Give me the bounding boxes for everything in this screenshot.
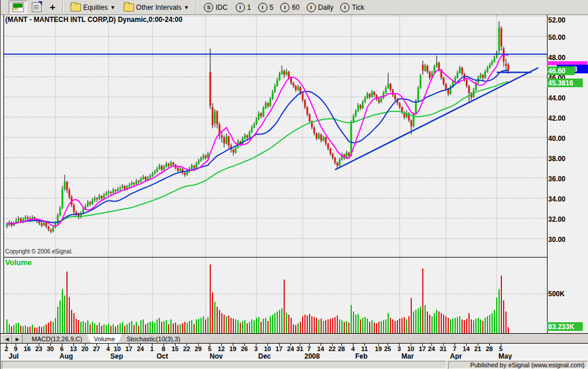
volume-badge-last: 83.233K xyxy=(547,322,583,331)
properties-icon xyxy=(32,2,42,12)
date-tick-label: 22 xyxy=(183,345,190,352)
date-tick-label: 4 xyxy=(106,345,110,352)
status-message-panel xyxy=(2,361,446,369)
date-tick-label: 7 xyxy=(307,345,311,352)
date-tick-label: 19 xyxy=(375,345,382,352)
interval-button-tick[interactable]: ITick xyxy=(337,1,368,14)
date-tick-label: 17 xyxy=(125,345,132,352)
tab-scroll-left-button[interactable]: ◀ xyxy=(2,334,12,344)
tab-label: MACD(12,26,9,C) xyxy=(32,336,82,342)
date-tick-label: 22 xyxy=(329,345,336,352)
toolbar: oo + Equities ▼ Other Intervals ▼ S IDC … xyxy=(1,0,588,15)
esignal-window: oo + Equities ▼ Other Intervals ▼ S IDC … xyxy=(0,0,588,369)
date-tick-label: 21 xyxy=(474,345,481,352)
other-intervals-dropdown[interactable]: Other Intervals ▼ xyxy=(120,1,193,14)
date-tick-label: 19 xyxy=(229,345,236,352)
pane-tabs-bar: ◀ ▶ MACD(12,26,9,C) Volume Stochastic(10… xyxy=(1,333,588,344)
month-label-dec: Dec xyxy=(258,352,271,360)
price-tick-34.00: 34.00 xyxy=(548,195,565,203)
interval-button-daily[interactable]: IDaily xyxy=(303,1,337,14)
idc-label: IDC xyxy=(215,3,228,12)
date-tick-label: 28 xyxy=(338,345,345,352)
date-tick-label: 7 xyxy=(453,345,456,352)
month-label-feb: Feb xyxy=(355,352,367,360)
price-tick-32.00: 32.00 xyxy=(548,215,565,223)
add-button[interactable]: + xyxy=(46,1,59,14)
month-label-apr: Apr xyxy=(450,352,462,360)
interval-button-1[interactable]: I1 xyxy=(232,1,255,14)
circle-i-icon: I xyxy=(280,3,289,12)
date-tick-label: 10 xyxy=(407,345,414,352)
date-tick-label: 15 xyxy=(172,345,178,352)
price-badge-45.3816: 45.3816 xyxy=(547,79,583,87)
price-tick-30.00: 30.00 xyxy=(548,236,565,244)
volume-chart[interactable] xyxy=(4,258,547,334)
price-tick-40.00: 40.00 xyxy=(548,135,565,143)
month-label-mar: Mar xyxy=(401,352,414,360)
tab-macd[interactable]: MACD(12,26,9,C) xyxy=(25,334,89,344)
date-tick-label: 17 xyxy=(276,345,282,352)
chart-region: (MANT - MANTECH INTL CORP,D) Dynamic,0:0… xyxy=(1,15,588,360)
month-label-may: May xyxy=(498,352,512,360)
candlestick-chart[interactable] xyxy=(4,15,547,257)
price-badge-46.60: 46.60 xyxy=(547,66,575,75)
plus-icon: + xyxy=(50,3,55,12)
circle-i-icon: I xyxy=(236,3,245,12)
tab-label: Volume xyxy=(94,336,115,342)
month-label-aug: Aug xyxy=(59,352,73,360)
interval-button-group: I1I5I60IDailyITick xyxy=(232,1,368,14)
date-axis[interactable]: 2916233061320274101724181522295121926310… xyxy=(1,343,588,361)
month-label-jul: Jul xyxy=(9,352,18,360)
date-tick-label: 29 xyxy=(195,345,202,352)
tab-volume[interactable]: Volume xyxy=(87,334,122,344)
price-tick-48.00: 48.00 xyxy=(548,54,565,62)
circle-i-icon: I xyxy=(307,3,316,12)
date-tick-label: 10 xyxy=(264,345,271,352)
price-tick-38.00: 38.00 xyxy=(548,155,565,163)
folder-icon xyxy=(124,3,134,12)
price-tick-50.00: 50.00 xyxy=(548,33,565,42)
equities-dropdown[interactable]: Equities ▼ xyxy=(67,1,119,14)
volume-axis[interactable]: 500K83.233K xyxy=(547,257,588,334)
publisher-text: Published by eSignal (www.esignal.com) xyxy=(448,361,587,369)
date-tick-label: 28 xyxy=(486,345,493,352)
date-tick-label: 3 xyxy=(397,345,401,352)
interval-label: Daily xyxy=(318,3,334,12)
equities-label: Equities xyxy=(83,3,108,12)
toolbar-separator xyxy=(196,2,197,13)
date-tick-label: 16 xyxy=(24,345,31,352)
chart-title: (MANT - MANTECH INTL CORP,D) Dynamic,0:0… xyxy=(5,16,183,24)
month-label-oct: Oct xyxy=(157,352,168,360)
other-intervals-label: Other Intervals xyxy=(136,3,182,12)
link-icon: oo xyxy=(12,2,24,12)
date-tick-label: 31 xyxy=(440,345,446,352)
interval-label: 5 xyxy=(270,3,274,12)
properties-button[interactable] xyxy=(28,1,45,14)
date-tick-label: 31 xyxy=(296,345,303,352)
ma-slow-line xyxy=(7,82,508,225)
month-label-sep: Sep xyxy=(110,352,123,360)
tab-scroll-right-button[interactable]: ▶ xyxy=(12,334,23,344)
interval-button-5[interactable]: I5 xyxy=(255,1,277,14)
circle-s-icon: S xyxy=(204,3,213,12)
date-tick-label: 25 xyxy=(384,345,391,352)
tab-stochastic[interactable]: Stochastic(10(3),3) xyxy=(120,334,187,344)
ma-mid-line xyxy=(7,70,508,225)
price-pane[interactable]: (MANT - MANTECH INTL CORP,D) Dynamic,0:0… xyxy=(3,15,548,257)
source-idc-button[interactable]: S IDC xyxy=(200,1,231,14)
date-tick-label: 13 xyxy=(70,345,77,352)
date-tick-label: 5 xyxy=(208,345,211,352)
volume-pane[interactable]: Volume xyxy=(3,257,548,334)
link-button[interactable]: oo xyxy=(9,1,27,14)
status-bar: Published by eSignal (www.esignal.com) xyxy=(1,360,588,369)
price-axis[interactable]: 52.0050.0048.0046.0044.0042.0040.0038.00… xyxy=(547,15,588,258)
interval-button-60[interactable]: I60 xyxy=(277,1,303,14)
date-tick-label: 8 xyxy=(162,345,165,352)
date-tick-label: 6 xyxy=(60,345,64,352)
volume-tick-500k: 500K xyxy=(548,290,565,298)
date-tick-label: 26 xyxy=(241,345,248,352)
date-tick-label: 24 xyxy=(137,345,144,352)
copyright-text: Copyright © 2006 eSignal. xyxy=(5,248,73,255)
interval-label: Tick xyxy=(352,3,364,12)
date-tick-label: 17 xyxy=(419,345,426,352)
